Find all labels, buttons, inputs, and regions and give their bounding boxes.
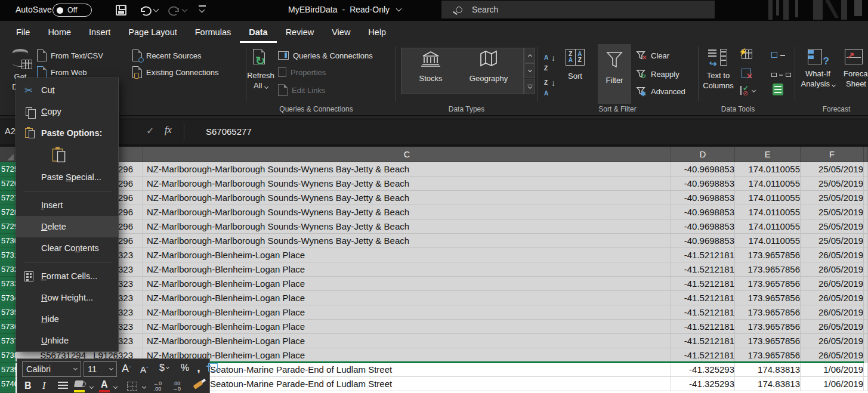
relationships-icon[interactable] <box>771 69 791 79</box>
row-header-5739[interactable]: 5739 <box>0 363 16 377</box>
undo-icon[interactable] <box>138 4 152 17</box>
cell-g-5732[interactable] <box>864 262 868 277</box>
customize-qat-chevron-icon[interactable] <box>199 7 205 13</box>
cell-c-5736[interactable]: NZ-Marlborough-Blenheim-Logan Place <box>143 320 671 334</box>
cell-f-5733[interactable]: 26/05/2019 <box>801 277 864 291</box>
cell-f-5726[interactable]: 25/05/2019 <box>801 177 864 191</box>
column-header-partial[interactable] <box>864 147 868 162</box>
data-validation-icon[interactable]: ✓ ⊘ <box>740 86 755 95</box>
menu-item-paste-special[interactable]: Paste Special... <box>16 166 118 188</box>
cell-f-5734[interactable]: 26/05/2019 <box>801 291 864 305</box>
cell-f-5738[interactable]: 26/05/2019 <box>801 348 864 363</box>
cell-d-5736[interactable]: -41.5212181 <box>671 320 735 334</box>
cell-g-5728[interactable] <box>864 205 868 219</box>
save-icon[interactable] <box>116 5 126 16</box>
menu-item-unhide[interactable]: Unhide <box>16 330 118 351</box>
gallery-down-button[interactable] <box>524 63 535 78</box>
formula-bar-value[interactable]: S67065277 <box>206 126 252 137</box>
row-header-5727[interactable]: 5727 <box>0 191 16 205</box>
refresh-all-button[interactable]: ↻ Refresh All <box>245 44 277 104</box>
row-header-5725[interactable]: 5725 <box>0 162 16 177</box>
cell-e-5732[interactable]: 173.9657856 <box>735 262 801 277</box>
cell-e-5725[interactable]: 174.0110055 <box>735 162 801 177</box>
tab-help[interactable]: Help <box>359 21 395 43</box>
cell-g-5737[interactable] <box>864 334 868 348</box>
cell-c-5731[interactable]: NZ-Marlborough-Blenheim-Logan Place <box>143 248 671 262</box>
row-header-5737[interactable]: 5737 <box>0 334 16 348</box>
row-header-5738[interactable]: 5738 <box>0 348 16 363</box>
cell-e-5740[interactable]: 174.83813 <box>735 377 801 391</box>
cell-f-5732[interactable]: 26/05/2019 <box>801 262 864 277</box>
cell-e-5735[interactable]: 173.9657856 <box>735 305 801 320</box>
sort-button[interactable]: ZA AZ Sort <box>560 44 591 104</box>
menu-item-copy[interactable]: Copy <box>16 101 118 122</box>
cell-g-5733[interactable] <box>864 277 868 291</box>
search-input[interactable]: Search <box>441 1 715 18</box>
column-header-F[interactable]: F <box>801 147 864 162</box>
cell-c-5730[interactable]: NZ-Marlborough-Marlborough Sounds-Wynens… <box>143 234 671 248</box>
cell-d-5731[interactable]: -41.5212181 <box>671 248 735 262</box>
tab-insert[interactable]: Insert <box>80 21 119 43</box>
fill-color-button[interactable] <box>75 380 83 387</box>
sort-ascending-button[interactable]: AZ↓ <box>544 51 548 73</box>
cell-f-5730[interactable]: 25/05/2019 <box>801 234 864 248</box>
cell-f-5725[interactable]: 25/05/2019 <box>801 162 864 177</box>
row-header-5736[interactable]: 5736 <box>0 320 16 334</box>
menu-item-format-cells[interactable]: Format Cells... <box>16 265 118 287</box>
consolidate-icon[interactable] <box>771 49 786 60</box>
from-web-button[interactable]: From Web <box>37 66 87 79</box>
row-header-5729[interactable]: 5729 <box>0 219 16 234</box>
recent-sources-button[interactable]: Recent Sources <box>132 49 202 62</box>
sort-descending-button[interactable]: ZA↓ <box>544 76 548 98</box>
cell-d-5729[interactable]: -40.9698853 <box>671 219 735 234</box>
data-validation-chevron-icon[interactable] <box>752 88 756 92</box>
column-header-D[interactable]: D <box>671 147 735 162</box>
tab-formulas[interactable]: Formulas <box>186 21 240 43</box>
cell-g-5740[interactable] <box>864 377 868 391</box>
cell-g-5735[interactable] <box>864 305 868 320</box>
tab-data[interactable]: Data <box>240 21 276 43</box>
cell-g-5734[interactable] <box>864 291 868 305</box>
title-dropdown-chevron-icon[interactable] <box>396 6 402 12</box>
row-header-5733[interactable]: 5733 <box>0 277 16 291</box>
cell-g-5736[interactable] <box>864 320 868 334</box>
cell-f-5728[interactable]: 25/05/2019 <box>801 205 864 219</box>
cell-e-5728[interactable]: 174.0110055 <box>735 205 801 219</box>
borders-chevron-icon[interactable] <box>142 385 146 389</box>
tab-view[interactable]: View <box>323 21 359 43</box>
menu-item-row-height[interactable]: Row Height... <box>16 287 118 308</box>
cell-e-5734[interactable]: 173.9657856 <box>735 291 801 305</box>
cell-g-5726[interactable] <box>864 177 868 191</box>
cell-d-5734[interactable]: -41.5212181 <box>671 291 735 305</box>
filter-button[interactable]: Filter <box>598 44 631 104</box>
cell-c-5735[interactable]: NZ-Marlborough-Blenheim-Logan Place <box>143 305 671 320</box>
cell-d-5732[interactable]: -41.5212181 <box>671 262 735 277</box>
italic-button[interactable]: I <box>42 380 45 391</box>
increase-font-size-button[interactable]: Aˆ <box>122 363 131 375</box>
gallery-up-button[interactable] <box>524 48 535 63</box>
font-name-select[interactable]: Calibri <box>22 361 81 377</box>
font-color-chevron-icon[interactable] <box>113 385 118 389</box>
what-if-analysis-button[interactable]: ? What-If Analysis <box>798 44 838 104</box>
tab-home[interactable]: Home <box>39 21 80 43</box>
cell-d-5730[interactable]: -40.9698853 <box>671 234 735 248</box>
cell-c-5725[interactable]: NZ-Marlborough-Marlborough Sounds-Wynens… <box>143 162 671 177</box>
decrease-decimal-button[interactable]: ←0.00 <box>153 381 162 392</box>
menu-item-paste[interactable] <box>16 144 118 166</box>
queries-connections-button[interactable]: Queries & Connections <box>278 49 373 62</box>
row-header-5726[interactable]: 5726 <box>0 177 16 191</box>
select-all-corner[interactable] <box>0 147 16 162</box>
name-box[interactable]: A2 <box>5 126 16 136</box>
cell-d-5738[interactable]: -41.5212181 <box>671 348 735 363</box>
existing-connections-button[interactable]: Existing Connections <box>132 66 218 79</box>
cell-c-5734[interactable]: NZ-Marlborough-Blenheim-Logan Place <box>143 291 671 305</box>
cell-g-5731[interactable] <box>864 248 868 262</box>
reapply-filter-button[interactable]: ↻ Reapply <box>636 67 679 81</box>
row-header-5740[interactable]: 5740 <box>0 377 16 391</box>
cell-d-5740[interactable]: -41.325293 <box>671 377 735 391</box>
row-header-5735[interactable]: 5735 <box>0 305 16 320</box>
menu-item-insert[interactable]: Insert <box>16 194 118 216</box>
cell-f-5737[interactable]: 26/05/2019 <box>801 334 864 348</box>
cell-e-5726[interactable]: 174.0110055 <box>735 177 801 191</box>
align-icon[interactable] <box>58 382 68 383</box>
